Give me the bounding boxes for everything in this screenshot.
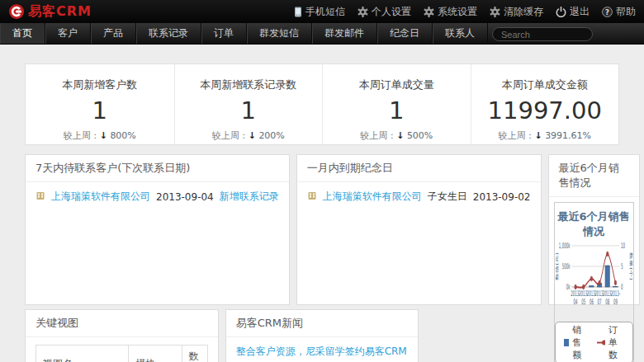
col-module: 模块 [129, 346, 182, 362]
company-link[interactable]: 上海瑞策软件有限公司 [323, 190, 422, 204]
system-settings-link[interactable]: 系统设置 [424, 5, 477, 19]
table-header-row: 视图名 模块 数量 [36, 346, 208, 362]
news-panel: 易客CRM新闻 整合客户资源，尼采留学签约易客CRM 易客CRM教育培训行业手机… [225, 309, 419, 362]
help-icon: ? [602, 7, 613, 17]
clear-cache-link[interactable]: 清除缓存 [490, 5, 543, 19]
system-settings-label: 系统设置 [438, 5, 477, 19]
stat-comparison: 较上周：↓ 3991.61% [471, 129, 619, 142]
list-item: 上海瑞策软件有限公司 2013-09-04 新增联系记录 [36, 190, 279, 204]
personal-settings-label: 个人设置 [372, 5, 411, 19]
svg-text:2013-09: 2013-09 [610, 289, 620, 306]
stat-order-count: 本周订单成交量 1 较上周：↓ 500% [322, 64, 471, 144]
chart-title: 最近6个月销售情况 [555, 209, 633, 239]
down-arrow-icon: ↓ [396, 130, 404, 141]
stat-value: 1 [26, 97, 174, 125]
stat-comparison: 较上周：↓ 800% [26, 129, 174, 142]
stat-title: 本周新增客户数 [26, 78, 174, 92]
panel-title: 最近6个月销售情况 [549, 155, 639, 197]
stat-value: 11997.00 [471, 97, 619, 125]
stat-new-contact-records: 本周新增联系记录数 1 较上周：↓ 200% [174, 64, 323, 144]
tab-anniversaries[interactable]: 纪念日 [377, 23, 433, 44]
tab-contact-records[interactable]: 联系记录 [136, 23, 201, 44]
anniversary-type: 子女生日 [428, 190, 467, 204]
stat-order-amount: 本周订单成交金额 11997.00 较上周：↓ 3991.61% [471, 64, 619, 144]
gear-icon [358, 7, 368, 17]
svg-text:?: ? [605, 7, 609, 16]
down-arrow-icon: ↓ [249, 130, 256, 141]
help-label: 帮助 [616, 5, 636, 19]
search-input[interactable] [492, 27, 593, 41]
stat-comparison: 较上周：↓ 500% [323, 129, 471, 142]
col-view-name: 视图名 [36, 346, 129, 362]
panel-title: 易客CRM新闻 [226, 310, 419, 337]
svg-text:0: 0 [621, 283, 623, 291]
stat-title: 本周订单成交量 [323, 78, 471, 92]
svg-text:500k: 500k [561, 262, 570, 270]
top-header: 易客CRM 手机短信 个人设置 系统设置 清除缓存 退出 ? 帮助 [0, 0, 644, 23]
company-link[interactable]: 上海瑞策软件有限公司 [51, 190, 150, 204]
anniversary-date: 2013-09-02 [473, 191, 531, 203]
panel-title: 关键视图 [26, 310, 218, 337]
gear-icon [424, 7, 434, 17]
phone-icon [294, 7, 302, 17]
col-count: 数量 [182, 346, 207, 362]
down-arrow-icon: ↓ [100, 130, 107, 141]
empty-column [425, 309, 619, 362]
stat-value: 1 [323, 97, 471, 125]
logo-icon [8, 3, 25, 20]
svg-text:数量(个): 数量(个) [629, 252, 633, 281]
gear-icon [490, 7, 500, 17]
app-logo: 易客CRM [8, 3, 92, 21]
sales-chart-plot: 0k500k1,000k05102013-042013-052013-06201… [555, 241, 633, 317]
tab-bulk-sms[interactable]: 群发短信 [247, 23, 312, 44]
weekly-stats-band: 本周新增客户数 1 较上周：↓ 800% 本周新增联系记录数 1 较上周：↓ 2… [25, 63, 619, 145]
tab-products[interactable]: 产品 [91, 23, 136, 44]
sms-label: 手机短信 [305, 5, 345, 19]
anniversary-panel: 一月内到期纪念日 上海瑞策软件有限公司 子女生日 2013-09-02 [296, 154, 542, 305]
next-contact-date: 2013-09-04 [156, 191, 214, 203]
personal-settings-link[interactable]: 个人设置 [358, 5, 411, 19]
header-utilities: 手机短信 个人设置 系统设置 清除缓存 退出 ? 帮助 [294, 5, 636, 19]
stat-value: 1 [175, 97, 323, 125]
stat-title: 本周订单成交金额 [471, 78, 619, 92]
svg-text:1,000k: 1,000k [558, 242, 570, 250]
organization-icon [36, 190, 45, 203]
svg-text:5: 5 [621, 262, 623, 270]
search-area [492, 26, 593, 42]
key-views-panel: 关键视图 视图名 模块 数量 潜在客户 客户 3 [25, 309, 219, 362]
svg-text:数值(元): 数值(元) [555, 252, 559, 282]
tab-contacts[interactable]: 联系人 [433, 23, 488, 44]
list-item: 上海瑞策软件有限公司 子女生日 2013-09-02 [307, 190, 531, 204]
tab-home[interactable]: 首页 [0, 23, 45, 44]
stat-title: 本周新增联系记录数 [175, 78, 323, 92]
news-link[interactable]: 整合客户资源，尼采留学签约易客CRM [236, 345, 409, 359]
main-navigation: 首页 客户 产品 联系记录 订单 群发短信 群发邮件 纪念日 联系人 [0, 23, 644, 45]
logout-link[interactable]: 退出 [556, 5, 590, 19]
sms-link[interactable]: 手机短信 [294, 5, 345, 19]
logout-label: 退出 [570, 5, 590, 19]
key-views-table: 视图名 模块 数量 潜在客户 客户 3 [36, 345, 208, 362]
dashboard-content: 本周新增客户数 1 较上周：↓ 800% 本周新增联系记录数 1 较上周：↓ 2… [0, 63, 644, 362]
svg-text:10: 10 [621, 242, 625, 250]
panel-title: 一月内到期纪念日 [297, 155, 541, 182]
tab-bulk-email[interactable]: 群发邮件 [312, 23, 377, 44]
stat-comparison: 较上周：↓ 200% [175, 129, 323, 142]
add-contact-record-link[interactable]: 新增联系记录 [220, 190, 279, 204]
help-link[interactable]: ? 帮助 [602, 5, 636, 19]
logo-text: 易客CRM [28, 3, 92, 21]
tab-customers[interactable]: 客户 [45, 23, 91, 44]
clear-cache-label: 清除缓存 [504, 5, 543, 19]
down-arrow-icon: ↓ [534, 130, 542, 141]
svg-text:0k: 0k [566, 283, 570, 291]
sales-chart-panel: 最近6个月销售情况 最近6个月销售情况 0k500k1,000k05102013… [548, 154, 640, 305]
tab-orders[interactable]: 订单 [201, 23, 247, 44]
stat-new-customers: 本周新增客户数 1 较上周：↓ 800% [26, 64, 174, 144]
organization-icon [307, 190, 317, 203]
power-icon [556, 7, 566, 17]
panel-title: 7天内待联系客户(下次联系日期) [26, 155, 289, 182]
followup-customers-panel: 7天内待联系客户(下次联系日期) 上海瑞策软件有限公司 2013-09-04 新… [25, 154, 290, 305]
